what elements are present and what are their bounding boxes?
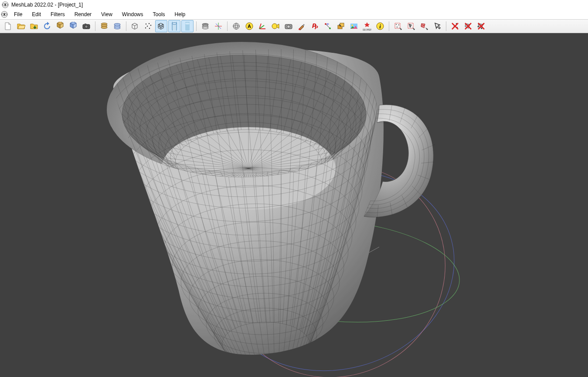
show-axis-button[interactable]: A — [243, 20, 255, 32]
raster-button[interactable] — [348, 20, 360, 32]
svg-text:GEOREF: GEOREF — [363, 28, 371, 31]
svg-point-19 — [145, 27, 146, 28]
svg-point-18 — [147, 26, 148, 27]
toolbar-separator — [95, 21, 95, 31]
svg-rect-8 — [85, 24, 86, 25]
flat-lines-button[interactable] — [168, 20, 180, 32]
paint-button[interactable] — [296, 20, 308, 32]
svg-point-14 — [114, 27, 120, 29]
layer-dialog-button[interactable] — [98, 20, 110, 32]
app-icon-small — [1, 11, 8, 18]
svg-point-17 — [150, 25, 151, 26]
svg-point-36 — [287, 25, 290, 28]
svg-text:A: A — [248, 24, 251, 29]
delete-faces-button[interactable] — [462, 20, 474, 32]
show-normals-button[interactable] — [256, 20, 269, 32]
viewport-canvas — [0, 33, 588, 377]
svg-point-46 — [351, 24, 353, 26]
wireframe-button[interactable] — [155, 20, 167, 32]
viewport-3d[interactable] — [0, 33, 588, 377]
svg-point-31 — [235, 23, 238, 29]
select-tool-button[interactable] — [431, 20, 443, 32]
svg-text:P: P — [315, 25, 318, 30]
menu-edit[interactable]: Edit — [27, 10, 45, 19]
save-project-button[interactable] — [67, 20, 79, 32]
toolbar-separator — [227, 21, 228, 31]
select-connected-button[interactable] — [418, 20, 430, 32]
mesh-cup — [107, 42, 435, 366]
export-mesh-button[interactable] — [54, 20, 66, 32]
toolbar: A PP GEOREF i — [0, 19, 588, 33]
camera-button[interactable] — [269, 20, 282, 32]
snapshot-button[interactable] — [80, 20, 92, 32]
menu-file[interactable]: File — [10, 10, 27, 19]
snapshot2-button[interactable] — [282, 20, 295, 32]
svg-point-11 — [101, 27, 107, 29]
menu-filters[interactable]: Filters — [46, 10, 69, 19]
svg-point-5 — [3, 14, 5, 15]
toolbar-separator — [196, 21, 197, 31]
new-project-button[interactable] — [2, 20, 14, 32]
svg-point-16 — [149, 23, 150, 24]
layers-button[interactable] — [111, 20, 123, 32]
measure-button[interactable] — [322, 20, 334, 32]
select-vertices-button[interactable] — [392, 20, 404, 32]
import-mesh-button[interactable] — [28, 20, 40, 32]
svg-point-34 — [272, 24, 277, 29]
window-title: MeshLab 2022.02 - [Project_1] — [11, 2, 83, 8]
svg-point-29 — [233, 23, 239, 29]
menu-windows[interactable]: Windows — [118, 10, 148, 19]
bbox-button[interactable] — [129, 20, 141, 32]
point-picking-button[interactable]: PP — [309, 20, 321, 32]
toolbar-separator — [446, 21, 446, 31]
menu-tools[interactable]: Tools — [149, 10, 170, 19]
menu-render[interactable]: Render — [70, 10, 96, 19]
svg-point-51 — [396, 24, 397, 25]
toolbar-separator — [126, 21, 126, 31]
select-faces-button[interactable] — [405, 20, 417, 32]
delete-faces-verts-button[interactable] — [475, 20, 487, 32]
app-icon — [2, 1, 9, 8]
menu-help[interactable]: Help — [170, 10, 190, 19]
svg-point-7 — [85, 25, 88, 28]
window-titlebar: MeshLab 2022.02 - [Project_1] — [0, 0, 588, 10]
svg-point-25 — [202, 27, 208, 29]
svg-text:i: i — [379, 23, 381, 30]
svg-point-53 — [397, 27, 398, 27]
toolbar-separator — [389, 21, 389, 31]
svg-point-22 — [185, 23, 190, 24]
flat-button[interactable] — [181, 20, 194, 32]
svg-point-15 — [146, 24, 146, 24]
menu-view[interactable]: View — [97, 10, 117, 19]
svg-point-52 — [398, 24, 399, 25]
svg-point-37 — [299, 28, 300, 30]
svg-point-30 — [233, 25, 239, 27]
georef-button[interactable]: GEOREF — [361, 20, 373, 32]
info-button[interactable]: i — [374, 20, 386, 32]
points-button[interactable] — [142, 20, 154, 32]
reload-button[interactable] — [41, 20, 53, 32]
trackball-button[interactable] — [212, 20, 224, 32]
toggle-layers-button[interactable] — [199, 20, 211, 32]
svg-point-20 — [149, 28, 150, 29]
menubar: File Edit Filters Render View Windows To… — [0, 10, 588, 19]
light-button[interactable] — [230, 20, 242, 32]
svg-point-62 — [478, 26, 479, 27]
svg-point-21 — [172, 23, 177, 24]
align-button[interactable] — [335, 20, 347, 32]
delete-vertices-button[interactable] — [449, 20, 461, 32]
svg-point-61 — [481, 28, 483, 29]
open-project-button[interactable] — [15, 20, 27, 32]
svg-point-2 — [4, 4, 6, 6]
